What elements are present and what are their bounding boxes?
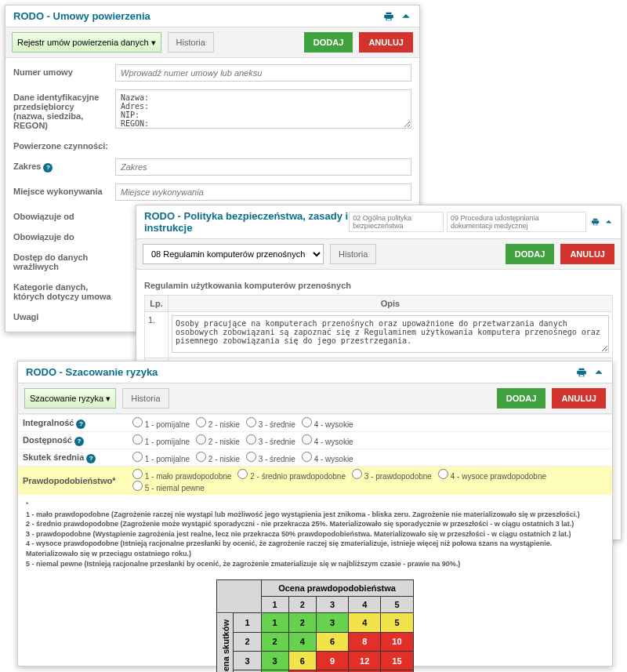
radio-int-2[interactable] (196, 417, 206, 427)
label-zakres: Zakres? (13, 158, 115, 173)
radio-int-3[interactable] (246, 417, 256, 427)
help-icon[interactable]: ? (43, 163, 53, 173)
print-icon[interactable] (383, 11, 394, 22)
history-button[interactable]: Historia (330, 244, 376, 264)
radio-p-2[interactable] (237, 469, 248, 479)
label-praw: Prawdopodobieństwo* (23, 476, 132, 485)
label-skut: Skutek średnia? (23, 452, 132, 463)
ident-textarea[interactable]: Nazwa: Adres: NIP: REGON: (115, 89, 411, 129)
label-kategorie: Kategorie danych, których dotyczy umowa (13, 279, 115, 301)
radio-dost-3[interactable] (246, 434, 256, 445)
radio-p-4[interactable] (438, 469, 448, 479)
title: RODO - Umowy powierzenia (13, 10, 150, 22)
toolbar: Rejestr umów powierzenia danych ▾ Histor… (5, 27, 419, 58)
th-opis: Opis (169, 296, 613, 312)
label-dost: Dostępność? (23, 435, 132, 446)
desc-1[interactable]: Osoby pracujące na komputerach przenośny… (172, 315, 609, 353)
radio-p-5[interactable] (132, 481, 143, 491)
radio-int-4[interactable] (302, 417, 312, 427)
radio-skut-1[interactable] (132, 452, 143, 462)
add-button[interactable]: DODAJ (497, 388, 546, 409)
print-icon[interactable] (591, 216, 600, 227)
label-powierz: Powierzone czynności: (13, 138, 115, 151)
header: RODO - Umowy powierzenia (5, 5, 419, 27)
cancel-button[interactable]: ANULUJ (560, 244, 614, 264)
title: RODO - Polityka bezpieczeństwa, zasady i… (144, 210, 349, 234)
registry-select[interactable]: Rejestr umów powierzenia danych ▾ (12, 32, 161, 53)
header: RODO - Polityka bezpieczeństwa, zasady i… (136, 205, 621, 239)
label-ident: Dane identyfikacyjne przedsiębiorcy (naz… (13, 89, 115, 130)
radio-dost-1[interactable] (132, 434, 143, 445)
policy-select[interactable]: 08 Regulamin komputerów przenośnych (143, 244, 324, 264)
label-od: Obowiązuje od (13, 209, 115, 221)
history-button[interactable]: Historia (168, 32, 214, 53)
cancel-button[interactable]: ANULUJ (552, 388, 606, 409)
add-button[interactable]: DODAJ (304, 32, 353, 53)
subtitle: Regulamin użytkowania komputerów przenoś… (144, 281, 613, 290)
help-icon[interactable]: ? (74, 437, 84, 446)
radio-p-1[interactable] (132, 469, 143, 479)
header: RODO - Szacowanie ryzyka (18, 361, 612, 383)
label-do: Obowiązuje do (13, 229, 115, 242)
matrix-htitle: Ocena prawdopodobieństwa (261, 580, 413, 597)
toolbar: Szacowanie ryzyka ▾ Historia DODAJ ANULU… (18, 383, 612, 414)
add-button[interactable]: DODAJ (506, 244, 555, 264)
label-int: Integralność? (23, 418, 132, 429)
history-button[interactable]: Historia (122, 388, 169, 409)
risk-criteria: Integralność? 1 - pomijalne 2 - niskie 3… (18, 414, 612, 495)
label-uwagi: Uwagi (13, 309, 115, 321)
radio-skut-3[interactable] (246, 452, 256, 462)
radio-int-1[interactable] (132, 417, 143, 427)
header-icons (383, 11, 411, 22)
crumb-2[interactable]: 09 Procedura udostępniania dokumentacji … (447, 212, 586, 232)
radio-dost-2[interactable] (196, 434, 206, 445)
crumb-1[interactable]: 02 Ogólna polityka bezpieczeństwa (349, 212, 444, 232)
label-miejsce: Miejsce wykonywania (13, 183, 115, 196)
radio-dost-4[interactable] (302, 434, 312, 445)
title: RODO - Szacowanie ryzyka (26, 366, 158, 378)
zakres-input[interactable] (115, 158, 411, 176)
radio-p-3[interactable] (352, 469, 362, 479)
cancel-button[interactable]: ANULUJ (359, 32, 413, 53)
miejsce-input[interactable] (115, 183, 411, 201)
table-row: 1.Osoby pracujące na komputerach przenoś… (145, 312, 613, 358)
label-dostep: Dostęp do danych wrażliwych (13, 249, 115, 271)
label-numer: Numer umowy (13, 64, 115, 77)
numer-input[interactable] (115, 64, 411, 82)
radio-skut-2[interactable] (196, 452, 206, 462)
notes: * 1 - mało prawdopodobne (Zagrożenie rac… (18, 495, 612, 573)
help-icon[interactable]: ? (86, 454, 96, 463)
help-icon[interactable]: ? (76, 420, 85, 429)
breadcrumbs: 02 Ogólna polityka bezpieczeństwa 09 Pro… (349, 212, 585, 232)
panel-ryzyko: RODO - Szacowanie ryzyka Szacowanie ryzy… (17, 361, 613, 667)
collapse-icon[interactable] (604, 216, 613, 227)
collapse-icon[interactable] (593, 367, 604, 378)
risk-select[interactable]: Szacowanie ryzyka ▾ (24, 388, 116, 409)
collapse-icon[interactable] (400, 11, 411, 22)
toolbar: 08 Regulamin komputerów przenośnych Hist… (136, 239, 621, 270)
print-icon[interactable] (576, 367, 587, 378)
th-lp: Lp. (145, 296, 169, 312)
risk-matrix: Ocena prawdopodobieństwa 12345 Ocena sku… (216, 579, 413, 672)
radio-skut-4[interactable] (302, 452, 312, 462)
